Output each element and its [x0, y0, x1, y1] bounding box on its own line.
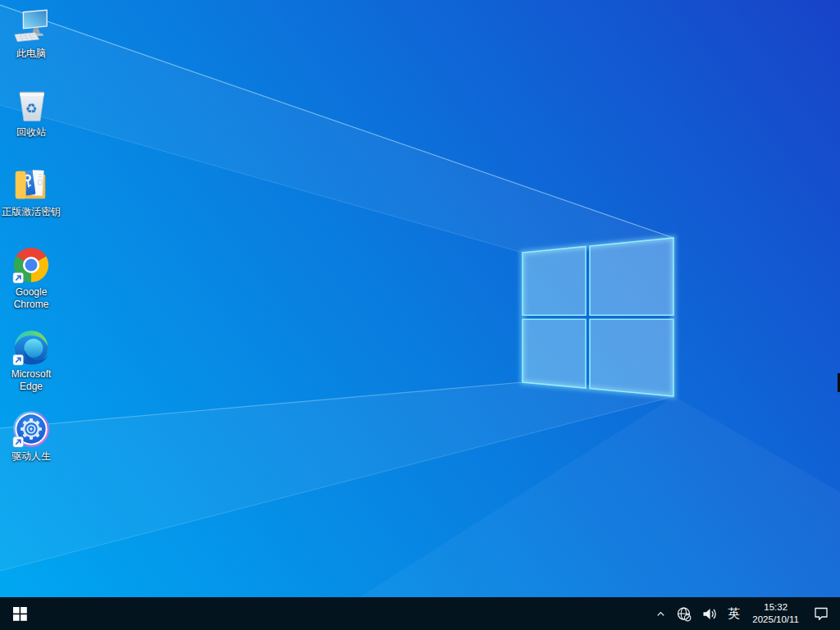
microsoft-edge-icon: [12, 328, 50, 366]
desktop-icon-label: 驱动人生: [11, 450, 51, 463]
start-button[interactable]: [0, 597, 39, 630]
desktop-icon-label: 回收站: [16, 126, 46, 139]
ime-language-indicator[interactable]: 英: [722, 597, 746, 630]
clock-date: 2025/10/11: [752, 614, 799, 626]
desktop: 此电脑 ♻ 回收站: [0, 0, 840, 630]
this-pc-icon: [12, 7, 50, 45]
desktop-icon-label: Microsoft Edge: [0, 368, 62, 393]
driver-life-icon: [12, 410, 50, 448]
speaker-icon: [701, 607, 717, 621]
chevron-up-icon: [655, 609, 666, 619]
system-tray: 英 15:32 2025/10/11: [651, 597, 840, 630]
activation-key-folder-icon: [12, 166, 50, 203]
shortcut-arrow-badge: [13, 273, 23, 283]
volume-button[interactable]: [696, 597, 722, 630]
desktop-icon-this-pc[interactable]: 此电脑: [0, 7, 62, 60]
show-hidden-icons-button[interactable]: [651, 597, 671, 630]
desktop-icon-chrome[interactable]: Google Chrome: [0, 246, 62, 311]
desktop-icon-edge[interactable]: Microsoft Edge: [0, 328, 62, 393]
shortcut-arrow-badge: [13, 355, 23, 365]
shortcut-arrow-badge: [13, 437, 23, 447]
recycle-bin-icon: ♻: [12, 86, 50, 124]
desktop-icon-activation-key[interactable]: 正版激活密钥: [0, 166, 62, 218]
network-status-button[interactable]: [671, 597, 696, 630]
taskbar-clock[interactable]: 15:32 2025/10/11: [746, 601, 806, 626]
desktop-icon-label: 此电脑: [16, 48, 46, 60]
taskbar: 英 15:32 2025/10/11: [0, 597, 840, 630]
clock-time: 15:32: [764, 601, 788, 614]
windows-start-icon: [13, 607, 27, 621]
wallpaper-image: [0, 0, 840, 630]
google-chrome-icon: [12, 246, 50, 284]
desktop-icon-label: Google Chrome: [0, 286, 62, 311]
svg-text:♻: ♻: [25, 101, 38, 116]
ime-label: 英: [728, 606, 740, 622]
action-center-button[interactable]: [806, 597, 840, 630]
globe-no-internet-icon: [676, 606, 692, 622]
desktop-icon-driver-life[interactable]: 驱动人生: [0, 410, 62, 463]
notification-bubble-icon: [813, 607, 829, 621]
desktop-icon-recycle-bin[interactable]: ♻ 回收站: [0, 86, 62, 139]
desktop-icon-label: 正版激活密钥: [2, 206, 61, 218]
